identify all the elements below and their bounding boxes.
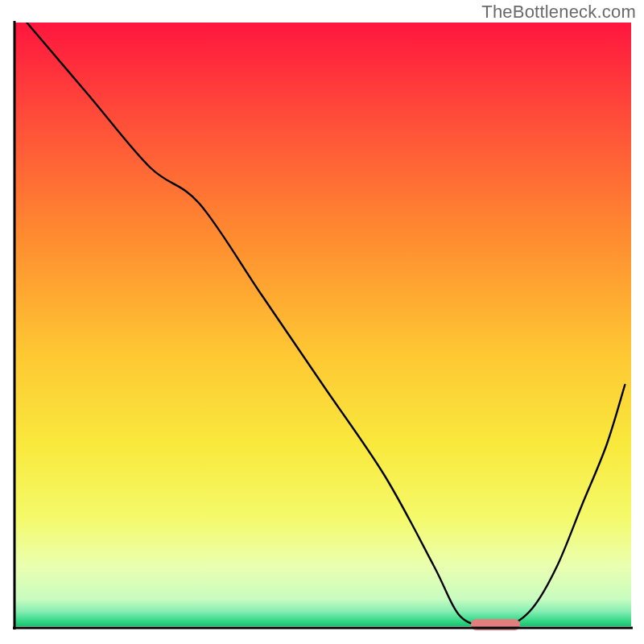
chart-stage: TheBottleneck.com xyxy=(0,0,644,644)
watermark-text: TheBottleneck.com xyxy=(481,2,636,23)
chart-svg xyxy=(0,0,644,644)
heat-background xyxy=(14,23,631,626)
